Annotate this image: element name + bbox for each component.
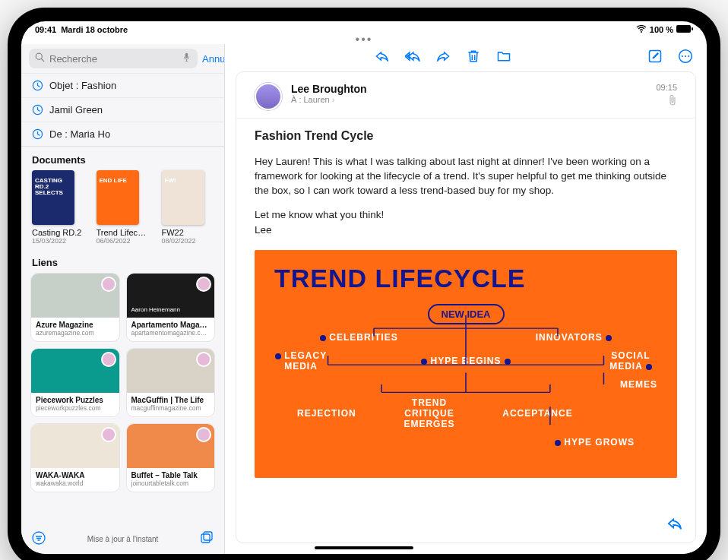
link-url: pieceworkpuzzles.com [36,404,115,412]
home-indicator[interactable] [315,546,413,549]
svg-point-19 [688,55,689,57]
flow-node: TREND CRITIQUE EMERGES [395,397,464,429]
documents-header: Documents [21,147,224,170]
link-avatar-icon [101,352,116,367]
forward-button[interactable] [435,49,451,67]
link-url: azuremagazine.com [36,329,115,337]
chevron-right-icon: › [332,95,335,104]
cancel-button[interactable]: Annuler [202,53,225,65]
reply-button[interactable] [375,49,390,67]
documents-row: CASTING RD.2 SELECTS Casting RD.2 15/03/… [21,170,224,249]
link-title: Apartamento Maga… [131,321,210,329]
svg-point-3 [36,53,42,59]
filter-icon[interactable] [32,531,46,546]
link-avatar-icon [101,277,116,292]
mail-subject: Fashion Trend Cycle [255,129,677,143]
tablet-frame: 09:41 Mardi 18 octobre 100 % ••• [8,8,720,560]
link-card[interactable]: Azure Magazine azuremagazine.com [30,273,120,342]
svg-rect-13 [201,534,210,543]
document-item[interactable]: CASTING RD.2 SELECTS Casting RD.2 15/03/… [32,170,84,245]
move-button[interactable] [496,49,511,67]
link-avatar-icon [196,277,211,292]
link-card[interactable]: Buffet – Table Talk joinourtabletalk.com [126,423,216,492]
doc-name: FW22 [162,228,214,237]
recent-item[interactable]: Jamil Green [21,97,224,122]
screen: 09:41 Mardi 18 octobre 100 % ••• [21,21,707,554]
link-title: MacGuffin | The Life [131,396,210,404]
flow-node: HYPE GROWS [555,437,635,448]
reply-all-button[interactable] [405,49,420,67]
battery-label: 100 % [650,25,673,34]
status-date: Mardi 18 octobre [61,25,128,34]
dictate-icon[interactable] [182,52,191,65]
content-area: Lee Broughton À : Lauren › 09:15 [225,44,707,554]
flow-node: CELEBRITIES [320,332,398,343]
recent-icon [32,128,43,140]
recent-item[interactable]: Objet : Fashion [21,73,224,97]
link-card[interactable]: MacGuffin | The Life macguffinmagazine.c… [126,348,216,417]
update-status: Mise à jour à l'instant [87,535,159,543]
mail-body: Fashion Trend Cycle Hey Lauren! This is … [236,119,695,489]
more-button[interactable] [678,49,693,67]
document-item[interactable]: END LIFE Trend Lifecycle 06/06/2022 [97,170,150,245]
recent-item[interactable]: De : Maria Ho [21,122,224,146]
flow-node: LEGACY MEDIA [274,350,328,372]
svg-line-4 [42,59,45,62]
attachment-icon[interactable] [656,95,677,108]
link-thumb [31,424,119,468]
doc-date: 15/03/2022 [32,237,84,245]
recent-label: De : Maria Ho [49,128,110,140]
link-title: WAKA-WAKA [36,471,115,479]
wifi-icon [636,25,647,34]
svg-rect-14 [204,532,212,540]
flow-node: HYPE BEGINS [421,356,511,366]
recent-searches: Objet : Fashion Jamil Green De : Maria H… [21,73,224,147]
svg-point-0 [641,31,642,33]
search-icon [35,52,45,65]
search-input[interactable] [49,53,177,65]
to-name: Lauren [303,95,329,104]
link-card[interactable]: WAKA-WAKA wakawaka.world [30,423,120,492]
link-thumb [127,349,215,393]
link-url: apartamentomagazine.c… [131,329,210,337]
doc-thumb: FW! [162,170,204,225]
flow-node: ACCEPTANCE [502,408,572,419]
svg-rect-2 [692,27,693,30]
links-header: Liens [21,249,224,273]
link-thumb [31,349,119,393]
link-title: Buffet – Table Talk [131,471,210,479]
flow-node: SOCIAL MEDIA [604,350,657,372]
link-title: Piecework Puzzles [36,396,115,404]
to-label: À : [291,95,301,104]
doc-name: Casting RD.2 [32,228,84,237]
document-item[interactable]: FW! FW22 08/02/2022 [162,170,214,245]
attachment-image[interactable]: TREND LIFECYCLE NEW IDEA [255,250,677,478]
sender-name[interactable]: Lee Broughton [291,83,647,95]
compose-button[interactable] [647,49,663,67]
flowchart: NEW IDEA CELEBRITIES INNOVATORS LEGACY M… [274,304,657,448]
sidebar: Annuler Objet : Fashion Jamil Green De :… [21,44,225,554]
compose-window-icon[interactable] [200,531,214,546]
doc-date: 08/02/2022 [162,237,214,245]
link-thumb [127,424,215,468]
body-paragraph: Let me know what you think! Lee [255,207,677,239]
link-avatar-icon [196,352,211,367]
doc-thumb: CASTING RD.2 SELECTS [32,170,74,225]
link-card[interactable]: Aaron Heinemann Apartamento Maga… aparta… [126,273,216,342]
link-card[interactable]: Piecework Puzzles pieceworkpuzzles.com [30,348,120,417]
sender-avatar[interactable] [255,83,282,110]
trash-button[interactable] [466,49,481,67]
mail-header: Lee Broughton À : Lauren › 09:15 [236,72,695,119]
poster-title: TREND LIFECYCLE [274,264,657,293]
body-paragraph: Hey Lauren! This is what I was talking a… [255,155,677,198]
recent-label: Objet : Fashion [49,80,116,91]
recipients[interactable]: À : Lauren › [291,95,647,104]
mail-message: Lee Broughton À : Lauren › 09:15 [236,71,696,543]
svg-rect-5 [185,53,188,59]
multitask-handle-icon[interactable]: ••• [21,36,707,44]
recent-icon [32,80,43,91]
flow-node: REJECTION [297,408,356,419]
search-field[interactable] [29,49,198,68]
svg-point-18 [685,55,686,57]
reply-corner-button[interactable] [666,515,683,535]
